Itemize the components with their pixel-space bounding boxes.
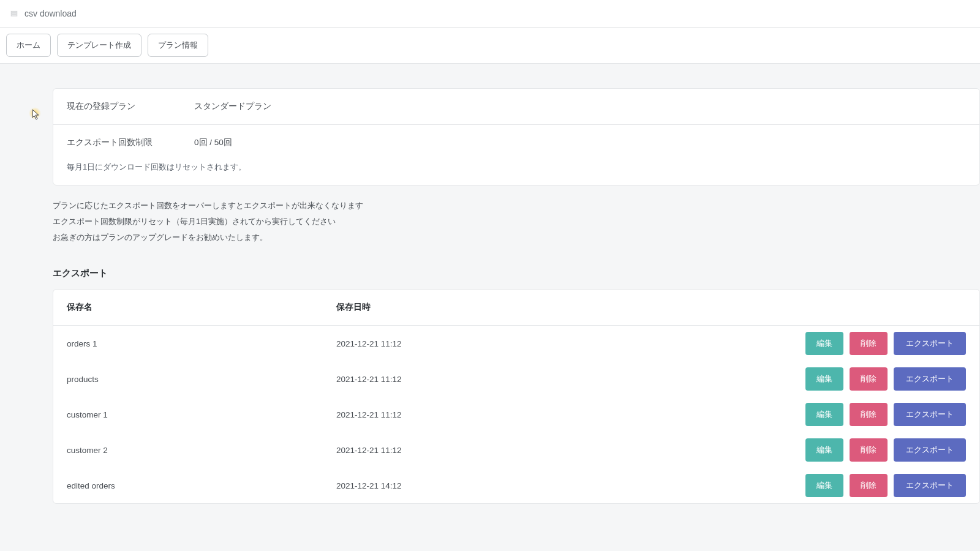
main-content: 現在の登録プラン スタンダードプラン エクスポート回数制限 0回 / 50回 毎… xyxy=(0,64,980,528)
cell-name: customer 1 xyxy=(67,410,336,419)
reset-note: 毎月1日にダウンロード回数はリセットされます。 xyxy=(67,162,966,173)
nav-create-template-button[interactable]: テンプレート作成 xyxy=(57,34,141,57)
nav-plan-info-button[interactable]: プラン情報 xyxy=(148,34,208,57)
info-block: プランに応じたエクスポート回数をオーバーしますとエクスポートが出来なくなります … xyxy=(53,198,980,246)
cell-date: 2021-12-21 14:12 xyxy=(336,481,606,490)
th-date: 保存日時 xyxy=(336,302,606,313)
svg-rect-0 xyxy=(11,12,17,13)
delete-button[interactable]: 削除 xyxy=(850,332,888,355)
table-row: customer 12021-12-21 11:12編集削除エクスポート xyxy=(53,397,979,432)
cell-date: 2021-12-21 11:12 xyxy=(336,410,606,419)
table-row: orders 12021-12-21 11:12編集削除エクスポート xyxy=(53,326,979,361)
table-body: orders 12021-12-21 11:12編集削除エクスポートproduc… xyxy=(53,326,979,503)
nav-bar: ホーム テンプレート作成 プラン情報 xyxy=(0,28,980,64)
edit-button[interactable]: 編集 xyxy=(805,438,843,462)
export-button[interactable]: エクスポート xyxy=(894,438,966,462)
svg-rect-2 xyxy=(11,15,17,16)
delete-button[interactable]: 削除 xyxy=(850,438,888,462)
back-icon[interactable] xyxy=(10,9,18,18)
table-header: 保存名 保存日時 xyxy=(53,290,979,326)
export-button[interactable]: エクスポート xyxy=(894,332,966,355)
cell-name: customer 2 xyxy=(67,446,336,455)
plan-row: 現在の登録プラン スタンダードプラン xyxy=(53,89,979,124)
limit-value: 0回 / 50回 xyxy=(194,137,232,148)
delete-button[interactable]: 削除 xyxy=(850,367,888,391)
cell-name: products xyxy=(67,375,336,384)
app-header: csv download xyxy=(0,0,980,28)
limit-label: エクスポート回数制限 xyxy=(67,137,194,148)
table-row: customer 22021-12-21 11:12編集削除エクスポート xyxy=(53,432,979,468)
table-row: edited orders2021-12-21 14:12編集削除エクスポート xyxy=(53,468,979,503)
nav-home-button[interactable]: ホーム xyxy=(6,34,51,57)
cell-name: orders 1 xyxy=(67,339,336,348)
export-button[interactable]: エクスポート xyxy=(894,367,966,391)
info-line: お急ぎの方はプランのアップグレードをお勧めいたします。 xyxy=(53,230,980,246)
export-table: 保存名 保存日時 orders 12021-12-21 11:12編集削除エクス… xyxy=(53,289,980,504)
limit-row: エクスポート回数制限 0回 / 50回 毎月1日にダウンロード回数はリセットされ… xyxy=(53,124,979,185)
export-section-title: エクスポート xyxy=(53,268,980,279)
export-button[interactable]: エクスポート xyxy=(894,403,966,426)
edit-button[interactable]: 編集 xyxy=(805,367,843,391)
export-button[interactable]: エクスポート xyxy=(894,474,966,497)
info-line: エクスポート回数制限がリセット（毎月1日実施）されてから実行してください xyxy=(53,214,980,230)
edit-button[interactable]: 編集 xyxy=(805,332,843,355)
delete-button[interactable]: 削除 xyxy=(850,474,888,497)
cell-date: 2021-12-21 11:12 xyxy=(336,375,606,384)
delete-button[interactable]: 削除 xyxy=(850,403,888,426)
app-title: csv download xyxy=(24,9,77,18)
cell-date: 2021-12-21 11:12 xyxy=(336,446,606,455)
plan-label: 現在の登録プラン xyxy=(67,101,194,112)
cell-date: 2021-12-21 11:12 xyxy=(336,339,606,348)
svg-rect-1 xyxy=(11,13,17,14)
edit-button[interactable]: 編集 xyxy=(805,403,843,426)
th-name: 保存名 xyxy=(67,302,336,313)
plan-card: 現在の登録プラン スタンダードプラン エクスポート回数制限 0回 / 50回 毎… xyxy=(53,88,980,186)
edit-button[interactable]: 編集 xyxy=(805,474,843,497)
info-line: プランに応じたエクスポート回数をオーバーしますとエクスポートが出来なくなります xyxy=(53,198,980,214)
cell-name: edited orders xyxy=(67,481,336,490)
plan-value: スタンダードプラン xyxy=(194,101,271,112)
table-row: products2021-12-21 11:12編集削除エクスポート xyxy=(53,361,979,397)
